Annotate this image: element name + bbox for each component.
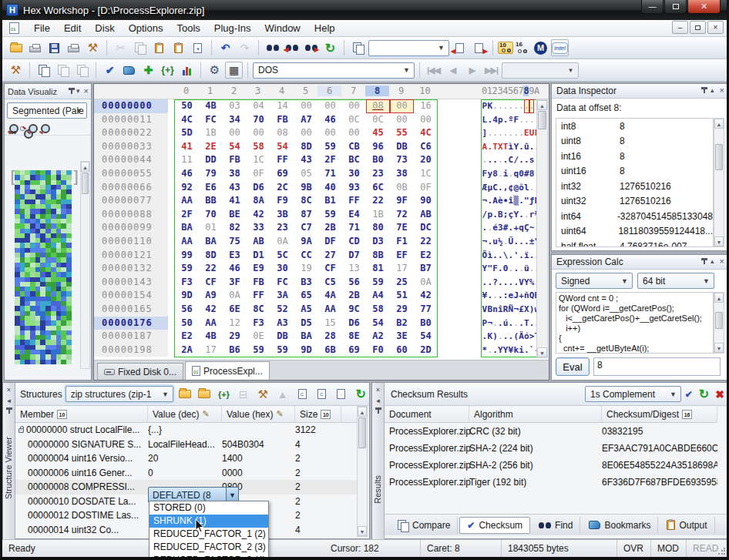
- hex-byte[interactable]: 8A: [247, 194, 270, 208]
- hex-byte[interactable]: 87: [294, 208, 318, 222]
- ascii-char[interactable]: .: [487, 221, 492, 235]
- ascii-char[interactable]: B: [498, 208, 503, 222]
- ascii-char[interactable]: .: [529, 181, 535, 195]
- copy-button[interactable]: [131, 39, 149, 56]
- combo-arrow-icon[interactable]: ▼: [700, 275, 712, 287]
- pin-icon[interactable]: [71, 88, 72, 94]
- combo-arrow-icon[interactable]: ▼: [73, 105, 85, 116]
- sign-combobox[interactable]: Signed▼: [556, 273, 633, 289]
- ascii-char[interactable]: .: [509, 262, 514, 276]
- inspector-row[interactable]: int168: [556, 149, 713, 164]
- hex-byte[interactable]: C6: [414, 140, 438, 154]
- hex-byte[interactable]: 70: [247, 113, 270, 127]
- ascii-char[interactable]: e: [509, 289, 514, 303]
- hex-byte[interactable]: 0E: [247, 330, 270, 344]
- ascii-char[interactable]: 3: [498, 221, 503, 235]
- ascii-char[interactable]: V: [519, 276, 524, 290]
- ascii-char[interactable]: .: [482, 276, 488, 290]
- decimal-offsets-toggle[interactable]: 10: [498, 42, 513, 54]
- hex-byte[interactable]: 5D: [175, 126, 199, 140]
- results-tab-bookmarks[interactable]: Bookmarks: [582, 517, 658, 534]
- hex-byte[interactable]: 00: [294, 99, 318, 113]
- hex-byte[interactable]: FB: [247, 276, 270, 290]
- ascii-char[interactable]: #: [503, 221, 509, 235]
- structure-library-combobox[interactable]: zip structures (zip-1▼: [66, 386, 173, 402]
- hex-col-header-3[interactable]: 3: [246, 86, 270, 96]
- hex-byte[interactable]: 40: [318, 181, 342, 195]
- preferences-button[interactable]: ⚒: [84, 39, 102, 56]
- status-mod[interactable]: MOD: [651, 540, 687, 557]
- hex-byte[interactable]: 33: [247, 221, 270, 235]
- menu-edit[interactable]: Edit: [57, 21, 88, 35]
- jump-structure-button[interactable]: ▲: [274, 386, 291, 403]
- hex-byte[interactable]: FF: [270, 153, 294, 167]
- ascii-char[interactable]: ]: [482, 126, 488, 140]
- ascii-char[interactable]: ¥: [482, 289, 488, 303]
- dropdown-item[interactable]: REDUCED_FACTOR_3 (4): [149, 554, 268, 560]
- hex-byte[interactable]: AA: [318, 303, 342, 317]
- ascii-char[interactable]: q: [519, 221, 524, 235]
- ascii-char[interactable]: .: [482, 221, 488, 235]
- hex-byte[interactable]: A9: [199, 289, 223, 303]
- ascii-char[interactable]: Y: [524, 276, 529, 290]
- ascii-char[interactable]: ¢: [509, 181, 514, 195]
- hex-byte[interactable]: B3: [294, 276, 318, 290]
- ascii-char[interactable]: .: [487, 113, 492, 127]
- hex-byte[interactable]: 72: [390, 208, 414, 222]
- add-structure-button[interactable]: {+}: [216, 386, 232, 403]
- hex-byte[interactable]: 2F: [318, 153, 342, 167]
- combo-arrow-icon[interactable]: ▼: [160, 388, 171, 400]
- ascii-char[interactable]: .: [482, 330, 488, 344]
- hex-byte[interactable]: 82: [223, 221, 247, 235]
- hex-byte[interactable]: 54: [270, 140, 294, 154]
- ascii-char[interactable]: .: [513, 126, 519, 140]
- hex-byte[interactable]: 29: [223, 330, 247, 344]
- document-column-header[interactable]: Document: [385, 406, 469, 422]
- hex-byte[interactable]: FF: [342, 194, 366, 208]
- hex-row[interactable]: 00000033412E5458548D59CB96DBC6A.TXTìY.û.…: [94, 140, 536, 154]
- hex-row[interactable]: 00000000504B030414000000080016PK........…: [94, 99, 536, 113]
- hex-byte[interactable]: 22: [366, 194, 390, 208]
- open-file-button[interactable]: [7, 39, 25, 56]
- collapse-icon[interactable]: ▾: [76, 87, 80, 95]
- nav-next-button[interactable]: ▶: [463, 62, 481, 79]
- hex-byte[interactable]: 46: [318, 113, 342, 127]
- close-icon[interactable]: ×: [720, 257, 724, 266]
- hex-byte[interactable]: 34: [223, 113, 247, 127]
- ascii-char[interactable]: :: [503, 289, 509, 303]
- hex-byte[interactable]: 59: [175, 262, 199, 276]
- ascii-char[interactable]: ': [513, 249, 519, 263]
- hex-byte[interactable]: 8C: [247, 303, 270, 317]
- ascii-char[interactable]: ï: [524, 249, 529, 263]
- hex-byte[interactable]: 22: [414, 235, 438, 249]
- compression-dropdown-list[interactable]: STORED (0)SHRUNK (1)REDUCED_FACTOR_1 (2)…: [149, 501, 269, 560]
- hex-byte[interactable]: FB: [270, 113, 294, 127]
- hex-byte[interactable]: AA: [175, 194, 199, 208]
- hex-byte[interactable]: 54: [414, 330, 438, 344]
- hex-byte[interactable]: 9D: [175, 289, 199, 303]
- hex-scrollbar[interactable]: ▲ ▼: [536, 99, 548, 358]
- ascii-char[interactable]: s: [529, 153, 535, 167]
- inspector-row[interactable]: uint6418118039559124418...: [556, 224, 713, 240]
- hex-byte[interactable]: 13: [342, 262, 366, 276]
- hex-byte[interactable]: 4B: [199, 330, 223, 344]
- paste-button[interactable]: [150, 39, 168, 56]
- hex-byte[interactable]: B0: [366, 153, 390, 167]
- hex-byte[interactable]: 0F: [414, 181, 438, 195]
- hex-byte[interactable]: DB: [270, 330, 294, 344]
- maximize-button[interactable]: [664, 0, 687, 14]
- hex-byte[interactable]: 00: [318, 126, 342, 140]
- ascii-char[interactable]: ): [492, 330, 498, 344]
- hex-byte[interactable]: A5: [294, 303, 318, 317]
- hex-byte[interactable]: 2F: [175, 208, 199, 222]
- open-structure-button[interactable]: [176, 386, 193, 403]
- import-button[interactable]: ◂: [189, 39, 207, 56]
- ascii-char[interactable]: .: [487, 126, 492, 140]
- hex-byte[interactable]: 56: [342, 276, 366, 290]
- collapse-icon[interactable]: ▴: [711, 257, 714, 265]
- goto-forward-button[interactable]: ▶: [470, 39, 488, 56]
- hex-row[interactable]: 000000114CFC3470FBA7460C0C0000L.4p.ºF...…: [94, 113, 536, 127]
- algorithm-column-header[interactable]: Algorithm: [469, 406, 602, 422]
- ascii-char[interactable]: ¥: [509, 344, 514, 357]
- hex-row[interactable]: 00000110AABA75AB0A9ADFCDD3F122¬.u½.Ü...±…: [94, 235, 536, 249]
